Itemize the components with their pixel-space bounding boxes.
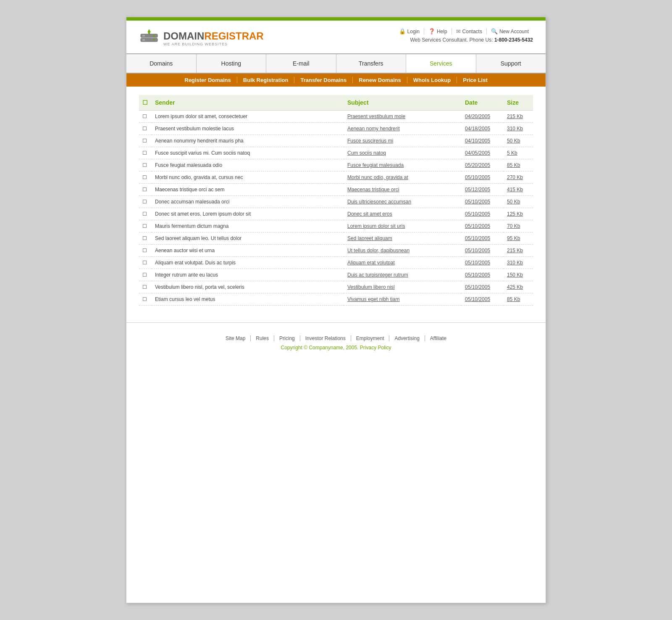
size-link[interactable]: 50 Kb bbox=[507, 199, 520, 205]
subject-link[interactable]: Sed laoreet aliquam bbox=[347, 235, 392, 241]
footer-link-site-map[interactable]: Site Map bbox=[220, 335, 251, 341]
date-link[interactable]: 05/10/2005 bbox=[465, 272, 490, 278]
row-checkbox[interactable]: ☐ bbox=[139, 245, 152, 257]
subject-link[interactable]: Morbi nunc odio, gravida at bbox=[347, 174, 408, 180]
subnav-transfer[interactable]: Transfer Domains bbox=[294, 77, 353, 83]
subject-link[interactable]: Aenean nomy hendrerit bbox=[347, 126, 400, 132]
size-link[interactable]: 85 Kb bbox=[507, 162, 520, 168]
subject-link[interactable]: Ut tellus dolor, dapibusnean bbox=[347, 248, 410, 253]
row-checkbox[interactable]: ☐ bbox=[139, 232, 152, 245]
row-checkbox[interactable]: ☐ bbox=[139, 269, 152, 281]
date-link[interactable]: 05/12/2005 bbox=[465, 187, 490, 193]
row-checkbox[interactable]: ☐ bbox=[139, 111, 152, 123]
size-link[interactable]: 215 Kb bbox=[507, 113, 523, 119]
row-checkbox[interactable]: ☐ bbox=[139, 123, 152, 135]
nav-login[interactable]: 🔒 Login bbox=[395, 28, 424, 34]
date-link[interactable]: 05/10/2005 bbox=[465, 174, 490, 180]
subject-link[interactable]: Vestibulum libero nisl bbox=[347, 284, 395, 290]
subject-link[interactable]: Cum sociis natoq bbox=[347, 150, 386, 156]
row-subject[interactable]: Lorem ipsum dolor sit uris bbox=[344, 220, 462, 232]
footer-link-pricing[interactable]: Pricing bbox=[274, 335, 300, 341]
row-checkbox[interactable]: ☐ bbox=[139, 135, 152, 147]
subject-link[interactable]: Aliquam erat volutpat bbox=[347, 260, 395, 266]
subject-link[interactable]: Lorem ipsum dolor sit uris bbox=[347, 223, 405, 229]
nav-help[interactable]: ❓ Help bbox=[424, 28, 452, 34]
row-subject[interactable]: Maecenas tristique orci bbox=[344, 184, 462, 196]
size-link[interactable]: 270 Kb bbox=[507, 174, 523, 180]
size-link[interactable]: 70 Kb bbox=[507, 223, 520, 229]
subnav-bulk[interactable]: Bulk Registration bbox=[237, 77, 295, 83]
footer-link-employment[interactable]: Employment bbox=[351, 335, 390, 341]
subject-link[interactable]: Duis ac turpisnteger rutrum bbox=[347, 272, 408, 278]
size-link[interactable]: 310 Kb bbox=[507, 260, 523, 266]
size-link[interactable]: 425 Kb bbox=[507, 284, 523, 290]
date-link[interactable]: 05/10/2005 bbox=[465, 223, 490, 229]
subnav-register[interactable]: Register Domains bbox=[178, 77, 237, 83]
nav-services[interactable]: Services bbox=[406, 54, 476, 73]
subnav-pricelist[interactable]: Price List bbox=[457, 77, 494, 83]
size-link[interactable]: 150 Kb bbox=[507, 272, 523, 278]
row-checkbox[interactable]: ☐ bbox=[139, 171, 152, 184]
date-link[interactable]: 04/05/2005 bbox=[465, 150, 490, 156]
row-subject[interactable]: Aenean nomy hendrerit bbox=[344, 123, 462, 135]
row-checkbox[interactable]: ☐ bbox=[139, 184, 152, 196]
row-checkbox[interactable]: ☐ bbox=[139, 220, 152, 232]
row-subject[interactable]: Cum sociis natoq bbox=[344, 147, 462, 159]
row-subject[interactable]: Praesent vestibulum mole bbox=[344, 111, 462, 123]
row-subject[interactable]: Vivamus eget nibh tiam bbox=[344, 293, 462, 306]
row-checkbox[interactable]: ☐ bbox=[139, 208, 152, 220]
subnav-whois[interactable]: Whois Lookup bbox=[407, 77, 457, 83]
size-link[interactable]: 85 Kb bbox=[507, 296, 520, 302]
nav-hosting[interactable]: Hosting bbox=[197, 54, 267, 73]
nav-transfers[interactable]: Transfers bbox=[336, 54, 407, 73]
row-subject[interactable]: Duis ultriciesonec accumsan bbox=[344, 196, 462, 208]
date-link[interactable]: 05/20/2005 bbox=[465, 162, 490, 168]
nav-new-account[interactable]: 🔍 New Account bbox=[487, 28, 533, 34]
date-link[interactable]: 05/10/2005 bbox=[465, 296, 490, 302]
row-checkbox[interactable]: ☐ bbox=[139, 196, 152, 208]
nav-support[interactable]: Support bbox=[476, 54, 546, 73]
subject-link[interactable]: Praesent vestibulum mole bbox=[347, 113, 405, 119]
footer-link-advertising[interactable]: Advertising bbox=[389, 335, 425, 341]
subject-link[interactable]: Maecenas tristique orci bbox=[347, 187, 399, 193]
size-link[interactable]: 415 Kb bbox=[507, 187, 523, 193]
row-subject[interactable]: Sed laoreet aliquam bbox=[344, 232, 462, 245]
size-link[interactable]: 50 Kb bbox=[507, 138, 520, 144]
date-link[interactable]: 05/10/2005 bbox=[465, 199, 490, 205]
nav-email[interactable]: E-mail bbox=[266, 54, 336, 73]
row-subject[interactable]: Donec sit amet eros bbox=[344, 208, 462, 220]
row-checkbox[interactable]: ☐ bbox=[139, 147, 152, 159]
row-subject[interactable]: Fusce feugiat malesuada bbox=[344, 159, 462, 171]
size-link[interactable]: 5 Kb bbox=[507, 150, 517, 156]
subject-link[interactable]: Fusce feugiat malesuada bbox=[347, 162, 404, 168]
row-checkbox[interactable]: ☐ bbox=[139, 281, 152, 293]
row-subject[interactable]: Aliquam erat volutpat bbox=[344, 257, 462, 269]
row-subject[interactable]: Duis ac turpisnteger rutrum bbox=[344, 269, 462, 281]
nav-contacts[interactable]: ✉ Contacts bbox=[452, 28, 487, 34]
subject-link[interactable]: Duis ultriciesonec accumsan bbox=[347, 199, 411, 205]
row-subject[interactable]: Morbi nunc odio, gravida at bbox=[344, 171, 462, 184]
subnav-renew[interactable]: Renew Domains bbox=[353, 77, 407, 83]
size-link[interactable]: 310 Kb bbox=[507, 126, 523, 132]
footer-link-affiliate[interactable]: Affiliate bbox=[425, 335, 452, 341]
row-subject[interactable]: Vestibulum libero nisl bbox=[344, 281, 462, 293]
nav-domains[interactable]: Domains bbox=[126, 54, 197, 73]
subject-link[interactable]: Fusce suscirerius mi bbox=[347, 138, 393, 144]
date-link[interactable]: 04/10/2005 bbox=[465, 138, 490, 144]
subject-link[interactable]: Vivamus eget nibh tiam bbox=[347, 296, 400, 302]
date-link[interactable]: 05/10/2005 bbox=[465, 211, 490, 217]
footer-link-investor-relations[interactable]: Investor Relations bbox=[300, 335, 351, 341]
size-link[interactable]: 95 Kb bbox=[507, 235, 520, 241]
date-link[interactable]: 05/10/2005 bbox=[465, 260, 490, 266]
footer-link-rules[interactable]: Rules bbox=[251, 335, 274, 341]
row-checkbox[interactable]: ☐ bbox=[139, 159, 152, 171]
size-link[interactable]: 125 Kb bbox=[507, 211, 523, 217]
date-link[interactable]: 05/10/2005 bbox=[465, 235, 490, 241]
row-checkbox[interactable]: ☐ bbox=[139, 257, 152, 269]
row-subject[interactable]: Fusce suscirerius mi bbox=[344, 135, 462, 147]
date-link[interactable]: 04/18/2005 bbox=[465, 126, 490, 132]
date-link[interactable]: 05/10/2005 bbox=[465, 248, 490, 253]
size-link[interactable]: 215 Kb bbox=[507, 248, 523, 253]
subject-link[interactable]: Donec sit amet eros bbox=[347, 211, 392, 217]
row-checkbox[interactable]: ☐ bbox=[139, 293, 152, 306]
